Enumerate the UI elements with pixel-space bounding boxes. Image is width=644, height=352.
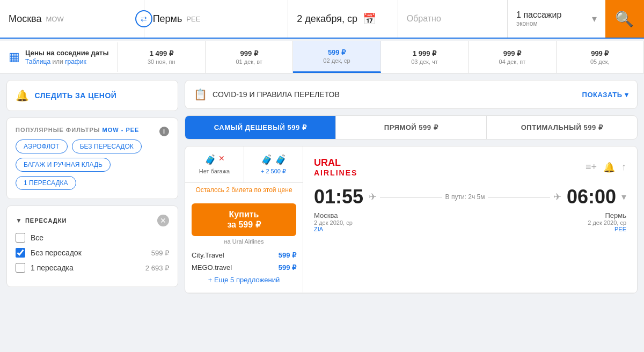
- graph-link[interactable]: график: [65, 58, 86, 65]
- more-offers[interactable]: + Еще 5 предложений: [208, 274, 280, 286]
- origin-date-label: 2 дек 2020, ср: [314, 219, 353, 226]
- price-bar-title: Цены на соседние даты: [25, 49, 109, 57]
- transfer-options: Все Без пересадок 599 ₽ 1 пересадка 2 69…: [16, 233, 169, 273]
- arrive-time: 06:00: [567, 186, 616, 208]
- track-price-label: СЛЕДИТЬ ЗА ЦЕНОЙ: [35, 91, 117, 100]
- passengers-info: 1 пассажир эконом: [516, 10, 561, 27]
- expand-icon[interactable]: ▾: [621, 191, 626, 203]
- date-label: 05 дек,: [590, 58, 610, 65]
- buy-airline: на Ural Airlines: [224, 238, 264, 245]
- flight-line2: [488, 197, 550, 197]
- filter-tag[interactable]: БЕЗ ПЕРЕСАДОК: [72, 140, 142, 153]
- show-button[interactable]: ПОКАЗАТЬ ▾: [582, 91, 628, 99]
- sort-tab-price: 599 ₽: [419, 123, 438, 131]
- destination-field[interactable]: Пермь PEE: [144, 0, 289, 38]
- price-value: 1 499 ₽: [150, 49, 173, 57]
- price-link-name: MEGO.travel: [192, 263, 232, 272]
- flight-actions: ≡+ 🔔 ↑: [586, 162, 626, 173]
- filter-tags: АЭРОФЛОТБЕЗ ПЕРЕСАДОКБАГАЖ И РУЧНАЯ КЛАД…: [16, 140, 169, 190]
- baggage-icons-with: 🧳 🧳: [261, 154, 287, 166]
- date-label: 04 дек, пт: [499, 58, 526, 65]
- transfer-option[interactable]: Без пересадок 599 ₽: [16, 248, 169, 258]
- hand-baggage-icon: 🧳: [204, 154, 216, 166]
- track-price-button[interactable]: 🔔 СЛЕДИТЬ ЗА ЦЕНОЙ: [6, 80, 178, 111]
- price-link-item[interactable]: MEGO.travel599 ₽: [192, 261, 296, 274]
- flight-middle: ✈ В пути: 2ч 5м ✈: [369, 191, 561, 203]
- transfer-option[interactable]: 1 пересадка 2 693 ₽: [16, 263, 169, 273]
- transfers-title: ПЕРЕСАДКИ: [25, 217, 67, 224]
- price-value: 1 999 ₽: [413, 49, 436, 57]
- price-link-value: 599 ₽: [279, 251, 296, 259]
- search-icon: 🔍: [615, 10, 634, 28]
- chevron-icon: ▼: [16, 217, 22, 224]
- filter-tag[interactable]: АЭРОФЛОТ: [16, 140, 68, 153]
- date-label: 01 дек, вт: [236, 58, 262, 65]
- price-bar-links: Таблица или график: [25, 58, 109, 65]
- flight-line: [380, 197, 442, 197]
- filter-tag[interactable]: БАГАЖ И РУЧНАЯ КЛАДЬ: [16, 158, 111, 172]
- table-link[interactable]: Таблица: [25, 58, 50, 65]
- price-date-item[interactable]: 999 ₽01 дек, вт: [206, 41, 293, 73]
- sort-tab-label: САМЫЙ ДЕШЕВЫЙ: [214, 123, 286, 131]
- price-date-item[interactable]: 999 ₽04 дек, пт: [469, 41, 556, 73]
- price-link-value: 599 ₽: [279, 263, 296, 272]
- swap-button[interactable]: ⇄: [135, 10, 152, 27]
- baggage-icon: 🧳: [275, 154, 287, 166]
- price-date-item[interactable]: 1 999 ₽03 дек, чт: [381, 41, 469, 73]
- price-value: 999 ₽: [503, 49, 521, 57]
- origin-field[interactable]: Москва MOW ⇄: [0, 0, 144, 38]
- with-baggage-option[interactable]: 🧳 🧳 + 2 500 ₽: [244, 146, 303, 182]
- date-field[interactable]: 2 декабря, ср 📅: [288, 0, 398, 38]
- bell-icon: 🔔: [16, 89, 30, 102]
- flight-card-top: 🧳 ✕ Нет багажа 🧳 🧳 + 2 500 ₽: [185, 146, 637, 293]
- transfers-header[interactable]: ▼ ПЕРЕСАДКИ ✕: [16, 215, 169, 226]
- filter-tag[interactable]: 1 ПЕРЕСАДКА: [16, 176, 76, 190]
- sort-tab[interactable]: САМЫЙ ДЕШЕВЫЙ 599 ₽: [185, 116, 336, 139]
- price-date-item[interactable]: 999 ₽05 дек,: [557, 41, 644, 73]
- transfer-checkbox[interactable]: [16, 248, 25, 258]
- depart-block: 01:55: [314, 186, 363, 208]
- sort-tab-label: ПРЯМОЙ: [384, 123, 416, 131]
- origin-city: Москва: [9, 13, 41, 25]
- price-bar: ▦ Цены на соседние даты Таблица или граф…: [0, 41, 644, 74]
- route-left: Москва 2 дек 2020, ср ZIA: [314, 211, 353, 232]
- info-icon[interactable]: i: [159, 127, 169, 136]
- hand-baggage2-icon: 🧳: [261, 154, 273, 166]
- passengers-field[interactable]: 1 пассажир эконом ▾: [508, 0, 605, 38]
- sidebar: 🔔 СЛЕДИТЬ ЗА ЦЕНОЙ ПОПУЛЯРНЫЕ ФИЛЬТРЫ MO…: [6, 80, 178, 294]
- no-baggage-option[interactable]: 🧳 ✕ Нет багажа: [185, 146, 244, 182]
- baggage-icons-none: 🧳 ✕: [204, 154, 225, 166]
- document-icon: 📋: [194, 88, 207, 101]
- price-value: 999 ₽: [240, 49, 258, 57]
- transfer-option[interactable]: Все: [16, 233, 169, 243]
- buy-section: Купить за 599 ₽ на Ural Airlines City.Tr…: [185, 197, 303, 292]
- calendar-icon: 📅: [363, 12, 376, 25]
- sort-tab[interactable]: ПРЯМОЙ 599 ₽: [336, 116, 487, 139]
- covid-bar: 📋 COVID-19 И ПРАВИЛА ПЕРЕЛЕТОВ ПОКАЗАТЬ …: [185, 80, 638, 109]
- airline-row: URAL AIRLINES ≡+ 🔔 ↑: [314, 157, 626, 177]
- return-field[interactable]: Обратно: [398, 0, 508, 38]
- departure-date: 2 декабря, ср: [297, 13, 357, 25]
- transfer-label: Все: [31, 233, 43, 242]
- price-date-item[interactable]: 1 499 ₽30 ноя, пн: [118, 41, 206, 73]
- transfer-checkbox[interactable]: [16, 233, 25, 243]
- clear-transfers-button[interactable]: ✕: [157, 215, 169, 226]
- price-value: 999 ₽: [591, 49, 609, 57]
- date-label: 03 дек, чт: [411, 58, 438, 65]
- transfer-price: 2 693 ₽: [145, 264, 169, 272]
- price-date-item[interactable]: 599 ₽02 дек, ср: [293, 41, 380, 73]
- filter-icon[interactable]: ≡+: [586, 162, 597, 173]
- filters-title: ПОПУЛЯРНЫЕ ФИЛЬТРЫ MOW - PEE i: [16, 127, 169, 133]
- sort-tab-price: 599 ₽: [287, 123, 306, 131]
- destination-code: PEE: [186, 15, 200, 23]
- buy-button[interactable]: Купить за 599 ₽: [192, 203, 296, 236]
- sort-tab[interactable]: ОПТИМАЛЬНЫЙ 599 ₽: [487, 116, 637, 139]
- arrive-block: 06:00: [567, 186, 616, 208]
- calendar-grid-icon: ▦: [9, 50, 20, 64]
- price-link-item[interactable]: City.Travel599 ₽: [192, 249, 296, 261]
- transfer-checkbox[interactable]: [16, 263, 25, 273]
- search-button[interactable]: 🔍: [605, 0, 644, 38]
- alert-icon[interactable]: 🔔: [603, 162, 615, 173]
- flight-details: URAL AIRLINES ≡+ 🔔 ↑ 01:55: [303, 146, 637, 292]
- share-icon[interactable]: ↑: [621, 162, 626, 173]
